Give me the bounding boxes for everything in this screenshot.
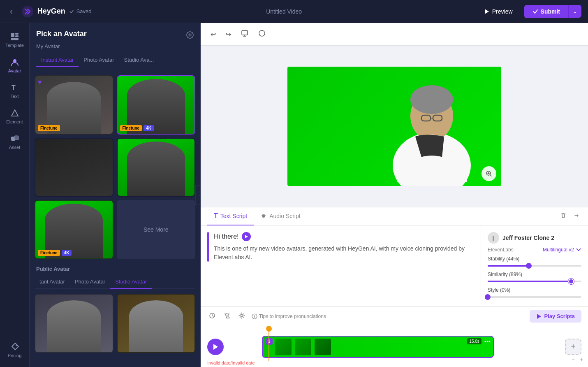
timeline-play-button[interactable] — [207, 339, 224, 355]
zoom-button[interactable] — [482, 166, 496, 181]
add-clip-button[interactable]: + — [565, 339, 581, 355]
tab-audio-script[interactable]: Audio Script — [254, 208, 307, 225]
avatar-tabs: Instant Avatar Photo Avatar Studio Ava..… — [36, 53, 194, 67]
clip-avatar-thumb-1 — [275, 339, 292, 355]
timeline: 1 15.0s ••• + Invalid date/Invalid date … — [201, 326, 588, 367]
stability-slider-row: Stability (44%) — [488, 256, 581, 268]
text-script-label: Text Script — [220, 213, 247, 219]
svg-point-25 — [241, 314, 243, 316]
timeline-date: Invalid date/Invalid date — [207, 360, 255, 365]
element-icon — [10, 109, 19, 118]
submit-btn-group: Submit ⌄ — [524, 5, 581, 18]
tab-studio-avatar[interactable]: Studio Ava... — [119, 53, 159, 67]
style-slider-row: Style (0%) — [488, 287, 581, 300]
sidebar-item-text[interactable]: T Text — [2, 79, 28, 103]
video-title: Untitled Video — [266, 8, 302, 15]
sidebar-item-element[interactable]: Element — [2, 105, 28, 128]
preview-button[interactable]: Preview — [477, 5, 519, 18]
expand-script-button[interactable] — [572, 211, 581, 222]
style-label: Style (0%) — [488, 287, 581, 293]
saved-label: Saved — [76, 8, 92, 14]
public-avatar-tabs: tant Avatar Photo Avatar Studio Avatar — [35, 275, 195, 289]
clip-more-button[interactable]: ••• — [484, 338, 491, 345]
script-area: Hi there! This is one of my new video av… — [201, 225, 481, 306]
avatar-card-1[interactable]: ♥ Finetune — [35, 75, 113, 135]
redo-button[interactable]: ↪ — [222, 28, 234, 41]
tab-text-script[interactable]: T Text Script — [207, 207, 254, 225]
script-text-block: Hi there! This is one of my new video av… — [214, 232, 474, 262]
back-button[interactable]: ‹ — [7, 5, 16, 18]
stability-label: Stability (44%) — [488, 256, 581, 262]
badge-finetune-2: Finetune — [120, 125, 142, 131]
my-avatar-label: My Avatar — [36, 43, 194, 49]
svg-point-17 — [410, 85, 453, 114]
undo-button[interactable]: ↩ — [207, 28, 219, 41]
avatar-panel: Pick an Avatar My Avatar Instant Avatar … — [30, 23, 201, 367]
avatar-card-3[interactable] — [35, 138, 113, 197]
script-bottom-bar: Tips to improve pronunciations Play Scri… — [201, 306, 588, 326]
svg-marker-1 — [485, 9, 489, 14]
panel-collapse-button[interactable]: ‹ — [195, 185, 201, 205]
translate-button[interactable] — [222, 311, 232, 322]
delete-script-button[interactable] — [558, 211, 568, 222]
template-icon — [10, 32, 19, 41]
sidebar-item-avatar[interactable]: Avatar — [2, 53, 28, 77]
shape-button[interactable] — [255, 27, 269, 41]
monitor-button[interactable] — [238, 27, 252, 41]
add-avatar-button[interactable] — [186, 31, 194, 41]
submit-button[interactable]: Submit — [524, 5, 568, 18]
topbar-right: Preview Submit ⌄ — [477, 5, 581, 18]
greeting-text: Hi there! — [214, 233, 238, 240]
history-button[interactable] — [207, 311, 217, 322]
public-avatar-grid — [35, 294, 195, 353]
sidebar-item-pricing[interactable]: Pricing — [2, 338, 28, 362]
sidebar-item-template[interactable]: Template — [2, 28, 28, 52]
pub-tab-studio[interactable]: Studio Avatar — [110, 275, 152, 289]
submit-dropdown-button[interactable]: ⌄ — [568, 5, 581, 18]
zoom-in-button[interactable]: + — [578, 355, 585, 364]
tab-instant-avatar[interactable]: Instant Avatar — [36, 53, 79, 67]
timeline-clip-1[interactable]: 1 15.0s ••• — [262, 336, 494, 358]
tips-text: Tips to improve pronunciations — [252, 314, 326, 319]
play-inline-button[interactable] — [242, 232, 251, 241]
saved-badge: Saved — [69, 8, 92, 14]
pub-avatar-card-2[interactable] — [117, 294, 196, 353]
needle-head — [266, 326, 272, 332]
avatar-card-2[interactable]: Finetune 4K — [117, 75, 196, 135]
style-thumb[interactable] — [485, 294, 491, 300]
play-scripts-button[interactable]: Play Scripts — [530, 310, 581, 323]
similarity-thumb[interactable] — [568, 279, 574, 284]
avatar-card-4[interactable] — [117, 138, 196, 197]
svg-rect-2 — [11, 33, 14, 37]
sidebar-item-asset[interactable]: Asset — [2, 130, 28, 154]
svg-marker-23 — [245, 235, 248, 238]
style-track — [488, 296, 581, 298]
stability-thumb[interactable] — [526, 263, 532, 269]
audio-script-label: Audio Script — [269, 213, 300, 219]
pub-tab-instant[interactable]: tant Avatar — [35, 275, 70, 289]
avatar-grid: ♥ Finetune Finetune 4K — [35, 75, 195, 259]
settings-button[interactable] — [237, 311, 247, 322]
voice-language-selector[interactable]: Multilingual v2 — [543, 247, 581, 253]
pub-tab-photo[interactable]: Photo Avatar — [70, 275, 110, 289]
tab-photo-avatar[interactable]: Photo Avatar — [79, 53, 119, 67]
badge-finetune-1: Finetune — [38, 125, 60, 131]
pricing-icon — [10, 342, 19, 351]
pause-button[interactable]: ‖ — [488, 232, 499, 244]
voice-name: Jeff Foster Clone 2 — [502, 235, 554, 241]
asset-label: Asset — [9, 145, 21, 150]
zoom-out-button[interactable]: − — [570, 355, 576, 364]
chevron-down-icon — [576, 247, 581, 253]
see-more-card[interactable]: See More — [117, 200, 196, 259]
editor-toolbar: ↩ ↪ — [201, 23, 588, 46]
script-greeting: Hi there! — [214, 232, 474, 241]
element-label: Element — [6, 119, 23, 124]
svg-point-11 — [16, 345, 17, 346]
text-icon: T — [10, 83, 19, 92]
asset-icon — [10, 134, 19, 143]
pub-avatar-card-1[interactable] — [35, 294, 113, 353]
avatar-card-5[interactable]: Finetune 4K — [35, 200, 113, 259]
similarity-label: Similarity (89%) — [488, 272, 581, 277]
script-body-text: This is one of my new video avatars, gen… — [214, 244, 474, 262]
heart-icon: ♥ — [38, 79, 42, 86]
